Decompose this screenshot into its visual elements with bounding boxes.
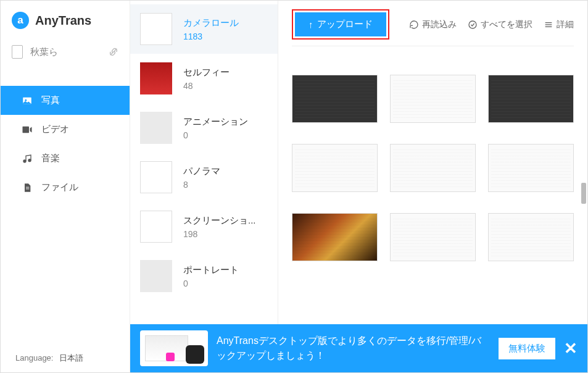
device-name: 秋葉ら (30, 46, 58, 58)
banner-text: AnyTransデスクトップ版でより多くのデータを移行/管理/バックアップしまし… (217, 333, 490, 363)
album-name: セルフィー (183, 67, 230, 78)
photo-thumb[interactable] (292, 213, 378, 261)
nav-item-music[interactable]: 音楽 (1, 144, 130, 173)
photo-thumb[interactable] (390, 75, 476, 123)
album-name: ポートレート (183, 264, 239, 276)
logo-icon: a (12, 12, 29, 29)
toolbar: ↑ アップロード 再読込み すべてを選択 詳細 (278, 1, 587, 46)
album-item[interactable]: セルフィー48 (130, 54, 278, 103)
nav-label: 音楽 (41, 153, 60, 164)
select-all-button[interactable]: すべてを選択 (468, 19, 532, 30)
photo-thumb[interactable] (292, 75, 378, 123)
nav-label: ファイル (41, 182, 78, 193)
promo-banner: AnyTransデスクトップ版でより多くのデータを移行/管理/バックアップしまし… (130, 324, 587, 372)
photo-grid[interactable] (278, 46, 587, 325)
music-icon (22, 153, 33, 164)
album-item[interactable]: カメラロール1183 (130, 4, 278, 54)
album-name: カメラロール (183, 17, 239, 29)
photo-thumb[interactable] (488, 75, 574, 123)
svg-rect-6 (26, 186, 29, 187)
svg-rect-7 (26, 188, 29, 189)
photo-thumb[interactable] (292, 144, 378, 192)
banner-cta-button[interactable]: 無料体験 (499, 338, 555, 359)
language-selector[interactable]: Language: 日本語 (15, 353, 83, 364)
album-list[interactable]: カメラロール1183セルフィー48アニメーション0パノラマ8スクリーンショ...… (130, 1, 278, 325)
album-thumb (140, 211, 172, 243)
album-thumb (140, 112, 172, 144)
album-item[interactable]: アニメーション0 (130, 103, 278, 153)
album-name: スクリーンショ... (183, 215, 256, 227)
svg-rect-3 (23, 126, 30, 133)
left-sidebar: a AnyTrans 秋葉ら 写真 ビデオ 音楽 (1, 1, 130, 372)
nav-label: 写真 (41, 94, 60, 106)
device-row[interactable]: 秋葉ら (1, 36, 130, 67)
album-thumb (140, 260, 172, 292)
image-icon (22, 95, 33, 106)
svg-point-8 (469, 21, 476, 28)
check-circle-icon (468, 20, 478, 30)
album-name: パノラマ (183, 166, 220, 177)
language-value: 日本語 (59, 353, 83, 363)
album-thumb (140, 161, 172, 193)
nav-list: 写真 ビデオ 音楽 ファイル (1, 86, 130, 202)
phone-icon (12, 45, 23, 59)
album-item[interactable]: スクリーンショ...198 (130, 202, 278, 251)
banner-image (140, 330, 208, 366)
photo-thumb[interactable] (488, 144, 574, 192)
nav-label: ビデオ (41, 124, 69, 135)
album-count: 8 (183, 180, 220, 190)
album-item[interactable]: パノラマ8 (130, 153, 278, 202)
app-logo: a AnyTrans (1, 1, 130, 36)
upload-highlight: ↑ アップロード (292, 9, 389, 40)
album-thumb (140, 13, 172, 45)
app-name: AnyTrans (35, 14, 91, 28)
photo-thumb[interactable] (488, 213, 574, 261)
reload-label: 再読込み (422, 19, 457, 30)
album-count: 0 (183, 279, 239, 288)
nav-item-files[interactable]: ファイル (1, 173, 130, 202)
video-icon (22, 124, 33, 135)
album-count: 1183 (183, 31, 239, 41)
details-button[interactable]: 詳細 (544, 19, 574, 30)
unlink-icon[interactable] (109, 47, 118, 57)
upload-label: アップロード (317, 19, 373, 30)
close-icon[interactable]: ✕ (564, 339, 578, 358)
album-count: 0 (183, 130, 248, 140)
reload-button[interactable]: 再読込み (409, 19, 457, 30)
photo-thumb[interactable] (390, 213, 476, 261)
svg-point-5 (28, 159, 31, 161)
album-item[interactable]: ポートレート0 (130, 251, 278, 301)
scrollbar-thumb[interactable] (581, 183, 586, 204)
upload-arrow-icon: ↑ (308, 19, 313, 30)
details-label: 詳細 (557, 19, 574, 30)
select-all-label: すべてを選択 (481, 19, 532, 30)
album-count: 198 (183, 229, 256, 239)
album-thumb (140, 62, 172, 94)
svg-point-4 (23, 160, 26, 162)
language-label: Language: (15, 353, 53, 363)
reload-icon (409, 20, 419, 30)
svg-point-2 (25, 99, 27, 101)
file-icon (22, 182, 33, 193)
album-count: 48 (183, 81, 230, 91)
photo-thumb[interactable] (390, 144, 476, 192)
album-name: アニメーション (183, 116, 248, 128)
upload-button[interactable]: ↑ アップロード (295, 12, 386, 36)
list-icon (544, 20, 553, 30)
main-area: ↑ アップロード 再読込み すべてを選択 詳細 (278, 1, 587, 325)
nav-item-videos[interactable]: ビデオ (1, 115, 130, 144)
nav-item-photos[interactable]: 写真 (1, 86, 130, 115)
